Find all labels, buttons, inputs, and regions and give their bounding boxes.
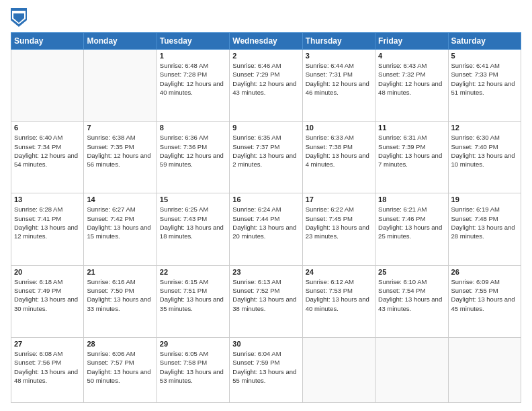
logo-icon xyxy=(11,8,27,27)
day-info: Sunrise: 6:30 AMSunset: 7:40 PMDaylight:… xyxy=(451,133,518,169)
day-number: 16 xyxy=(232,195,299,203)
day-info: Sunrise: 6:21 AMSunset: 7:46 PMDaylight:… xyxy=(378,205,445,240)
calendar-cell: 21Sunrise: 6:16 AMSunset: 7:50 PMDayligh… xyxy=(84,265,157,337)
day-info: Sunrise: 6:40 AMSunset: 7:34 PMDaylight:… xyxy=(14,133,81,169)
day-number: 20 xyxy=(14,268,81,276)
day-info: Sunrise: 6:48 AMSunset: 7:28 PMDaylight:… xyxy=(160,61,226,97)
calendar-cell: 28Sunrise: 6:06 AMSunset: 7:57 PMDayligh… xyxy=(84,337,157,402)
calendar-cell: 4Sunrise: 6:43 AMSunset: 7:32 PMDaylight… xyxy=(375,50,448,122)
calendar-cell: 18Sunrise: 6:21 AMSunset: 7:46 PMDayligh… xyxy=(375,193,448,265)
day-info: Sunrise: 6:12 AMSunset: 7:53 PMDaylight:… xyxy=(306,277,372,313)
calendar-cell xyxy=(84,50,157,122)
day-number: 26 xyxy=(451,268,518,276)
day-info: Sunrise: 6:05 AMSunset: 7:58 PMDaylight:… xyxy=(160,349,226,385)
day-info: Sunrise: 6:19 AMSunset: 7:48 PMDaylight:… xyxy=(451,205,518,240)
day-number: 30 xyxy=(232,340,299,348)
day-info: Sunrise: 6:27 AMSunset: 7:42 PMDaylight:… xyxy=(87,205,153,240)
day-number: 17 xyxy=(306,195,372,203)
day-info: Sunrise: 6:22 AMSunset: 7:45 PMDaylight:… xyxy=(306,205,372,240)
calendar-cell: 22Sunrise: 6:15 AMSunset: 7:51 PMDayligh… xyxy=(157,265,229,337)
calendar-cell: 8Sunrise: 6:36 AMSunset: 7:36 PMDaylight… xyxy=(157,122,229,193)
weekday-header-friday: Friday xyxy=(375,33,448,50)
day-number: 4 xyxy=(378,52,445,60)
calendar-cell: 7Sunrise: 6:38 AMSunset: 7:35 PMDaylight… xyxy=(84,122,157,193)
day-info: Sunrise: 6:33 AMSunset: 7:38 PMDaylight:… xyxy=(306,133,372,169)
day-info: Sunrise: 6:16 AMSunset: 7:50 PMDaylight:… xyxy=(87,277,153,313)
day-info: Sunrise: 6:44 AMSunset: 7:31 PMDaylight:… xyxy=(306,61,372,97)
calendar-cell: 9Sunrise: 6:35 AMSunset: 7:37 PMDaylight… xyxy=(230,122,302,193)
calendar-cell: 10Sunrise: 6:33 AMSunset: 7:38 PMDayligh… xyxy=(302,122,375,193)
weekday-header-sunday: Sunday xyxy=(11,33,84,50)
day-number: 10 xyxy=(306,124,372,132)
day-number: 12 xyxy=(451,124,518,132)
day-number: 9 xyxy=(232,124,299,132)
calendar-cell: 24Sunrise: 6:12 AMSunset: 7:53 PMDayligh… xyxy=(302,265,375,337)
day-number: 3 xyxy=(306,52,372,60)
calendar-cell: 29Sunrise: 6:05 AMSunset: 7:58 PMDayligh… xyxy=(157,337,229,402)
calendar-cell: 6Sunrise: 6:40 AMSunset: 7:34 PMDaylight… xyxy=(11,122,84,193)
calendar-cell: 5Sunrise: 6:41 AMSunset: 7:33 PMDaylight… xyxy=(448,50,521,122)
calendar-cell: 17Sunrise: 6:22 AMSunset: 7:45 PMDayligh… xyxy=(302,193,375,265)
day-info: Sunrise: 6:09 AMSunset: 7:55 PMDaylight:… xyxy=(451,277,518,313)
day-number: 27 xyxy=(14,340,81,348)
day-info: Sunrise: 6:18 AMSunset: 7:49 PMDaylight:… xyxy=(14,277,81,313)
day-number: 28 xyxy=(87,340,153,348)
calendar-cell xyxy=(302,337,375,402)
calendar-cell xyxy=(448,337,521,402)
calendar-cell: 12Sunrise: 6:30 AMSunset: 7:40 PMDayligh… xyxy=(448,122,521,193)
page: SundayMondayTuesdayWednesdayThursdayFrid… xyxy=(0,0,532,411)
day-info: Sunrise: 6:41 AMSunset: 7:33 PMDaylight:… xyxy=(451,61,518,97)
weekday-header-monday: Monday xyxy=(84,33,157,50)
day-info: Sunrise: 6:06 AMSunset: 7:57 PMDaylight:… xyxy=(87,349,153,385)
day-number: 5 xyxy=(451,52,518,60)
calendar-cell: 19Sunrise: 6:19 AMSunset: 7:48 PMDayligh… xyxy=(448,193,521,265)
day-number: 6 xyxy=(14,124,81,132)
day-number: 19 xyxy=(451,195,518,203)
logo xyxy=(11,8,30,27)
day-info: Sunrise: 6:38 AMSunset: 7:35 PMDaylight:… xyxy=(87,133,153,169)
day-number: 21 xyxy=(87,268,153,276)
day-info: Sunrise: 6:35 AMSunset: 7:37 PMDaylight:… xyxy=(232,133,299,169)
calendar-cell: 26Sunrise: 6:09 AMSunset: 7:55 PMDayligh… xyxy=(448,265,521,337)
calendar-cell: 2Sunrise: 6:46 AMSunset: 7:29 PMDaylight… xyxy=(230,50,302,122)
day-info: Sunrise: 6:31 AMSunset: 7:39 PMDaylight:… xyxy=(378,133,445,169)
day-info: Sunrise: 6:25 AMSunset: 7:43 PMDaylight:… xyxy=(160,205,226,240)
day-number: 25 xyxy=(378,268,445,276)
weekday-header-tuesday: Tuesday xyxy=(157,33,229,50)
calendar-cell: 23Sunrise: 6:13 AMSunset: 7:52 PMDayligh… xyxy=(230,265,302,337)
calendar-cell: 13Sunrise: 6:28 AMSunset: 7:41 PMDayligh… xyxy=(11,193,84,265)
calendar-cell: 14Sunrise: 6:27 AMSunset: 7:42 PMDayligh… xyxy=(84,193,157,265)
day-info: Sunrise: 6:46 AMSunset: 7:29 PMDaylight:… xyxy=(232,61,299,97)
day-number: 29 xyxy=(160,340,226,348)
calendar-cell: 20Sunrise: 6:18 AMSunset: 7:49 PMDayligh… xyxy=(11,265,84,337)
day-info: Sunrise: 6:24 AMSunset: 7:44 PMDaylight:… xyxy=(232,205,299,240)
day-info: Sunrise: 6:04 AMSunset: 7:59 PMDaylight:… xyxy=(232,349,299,385)
day-number: 14 xyxy=(87,195,153,203)
calendar-cell: 16Sunrise: 6:24 AMSunset: 7:44 PMDayligh… xyxy=(230,193,302,265)
calendar-cell: 25Sunrise: 6:10 AMSunset: 7:54 PMDayligh… xyxy=(375,265,448,337)
header xyxy=(11,8,521,27)
day-info: Sunrise: 6:08 AMSunset: 7:56 PMDaylight:… xyxy=(14,349,81,385)
day-number: 15 xyxy=(160,195,226,203)
weekday-header-thursday: Thursday xyxy=(302,33,375,50)
calendar-cell: 11Sunrise: 6:31 AMSunset: 7:39 PMDayligh… xyxy=(375,122,448,193)
day-info: Sunrise: 6:36 AMSunset: 7:36 PMDaylight:… xyxy=(160,133,226,169)
day-number: 22 xyxy=(160,268,226,276)
day-number: 13 xyxy=(14,195,81,203)
calendar-cell xyxy=(11,50,84,122)
calendar-cell: 30Sunrise: 6:04 AMSunset: 7:59 PMDayligh… xyxy=(230,337,302,402)
calendar-cell: 15Sunrise: 6:25 AMSunset: 7:43 PMDayligh… xyxy=(157,193,229,265)
day-number: 18 xyxy=(378,195,445,203)
calendar-cell: 1Sunrise: 6:48 AMSunset: 7:28 PMDaylight… xyxy=(157,50,229,122)
day-number: 1 xyxy=(160,52,226,60)
day-number: 23 xyxy=(232,268,299,276)
weekday-header-saturday: Saturday xyxy=(448,33,521,50)
day-number: 7 xyxy=(87,124,153,132)
weekday-header-wednesday: Wednesday xyxy=(230,33,302,50)
day-info: Sunrise: 6:10 AMSunset: 7:54 PMDaylight:… xyxy=(378,277,445,313)
day-info: Sunrise: 6:13 AMSunset: 7:52 PMDaylight:… xyxy=(232,277,299,313)
day-info: Sunrise: 6:15 AMSunset: 7:51 PMDaylight:… xyxy=(160,277,226,313)
day-number: 24 xyxy=(306,268,372,276)
day-number: 8 xyxy=(160,124,226,132)
day-number: 11 xyxy=(378,124,445,132)
